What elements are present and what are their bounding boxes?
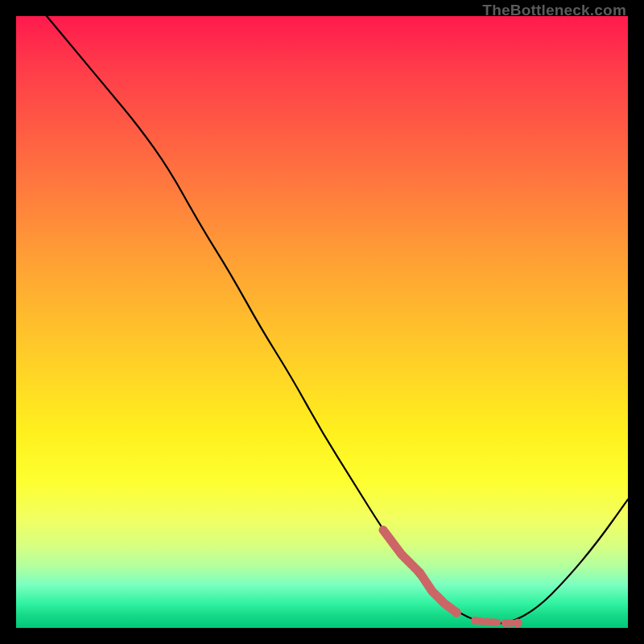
plot-area	[16, 16, 628, 628]
highlight-segment-path	[383, 530, 456, 613]
highlight-dot	[514, 618, 522, 627]
highlight-dot	[452, 609, 461, 617]
bottleneck-curve-path	[47, 16, 628, 624]
highlight-dots	[452, 609, 522, 628]
chart-svg	[16, 16, 628, 628]
chart-frame: TheBottleneck.com	[0, 0, 644, 644]
